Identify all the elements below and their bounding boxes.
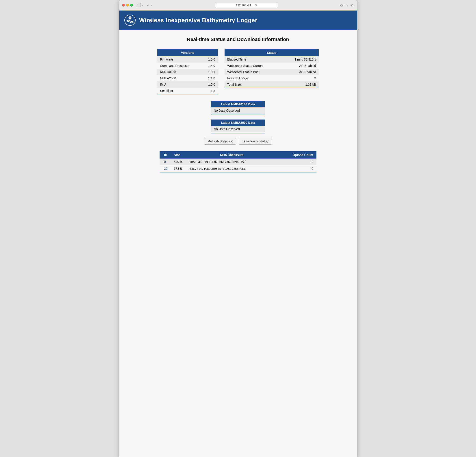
browser-actions: ⎙ + ⧉ <box>340 3 354 8</box>
catalog-count: 0 <box>277 165 316 172</box>
minimize-button[interactable] <box>126 4 129 7</box>
browser-titlebar: ⬜ ▾ ‹ › 192.168.4.1 ↻ ⎙ + ⧉ <box>119 0 357 10</box>
nmea0183-value: No Data Observed <box>211 107 265 114</box>
version-label: Serialiser <box>157 88 202 94</box>
version-value: 1.4.0 <box>202 63 218 69</box>
logo-icon <box>124 15 136 26</box>
nmea0183-box: Latest NMEA0183 Data No Data Observed <box>211 101 265 115</box>
catalog-column-header: ID <box>160 151 171 159</box>
close-button[interactable] <box>122 4 125 7</box>
page-content: Wireless Inexpensive Bathymetry Logger R… <box>119 10 357 457</box>
version-value: 1.3 <box>202 88 218 94</box>
catalog-md5: 48C7414C1C89EB050D78BA5192634CEE <box>187 165 277 172</box>
main-content: Real-time Status and Download Informatio… <box>119 30 357 179</box>
version-label: NMEA2000 <box>157 75 202 81</box>
sidebar-icon: ⬜ <box>136 3 141 7</box>
address-bar[interactable]: 192.168.4.1 ↻ <box>215 2 278 8</box>
status-label: Elapsed Time <box>225 56 282 63</box>
status-table: Status Elapsed Time 1 min, 30.316 s Webs… <box>225 49 319 88</box>
catalog-table-container: IDSizeMD5 ChecksumUpload Count 0 679 B 7… <box>160 151 316 172</box>
version-value: 1.0.0 <box>202 81 218 88</box>
nav-buttons: ‹ › <box>146 3 153 8</box>
status-label: Webserver Status Boot <box>225 69 282 75</box>
site-header: Wireless Inexpensive Bathymetry Logger <box>119 10 357 30</box>
status-label: Files on Logger <box>225 75 282 81</box>
new-tab-button[interactable]: + <box>345 3 348 8</box>
status-value: 1 min, 30.316 s <box>282 56 319 63</box>
status-value: 1.33 kB <box>282 81 319 88</box>
catalog-size: 678 B <box>171 165 187 172</box>
nmea2000-title: Latest NMEA2000 Data <box>211 120 265 126</box>
reload-button[interactable]: ↻ <box>254 3 257 7</box>
status-value: 2 <box>282 75 319 81</box>
share-button[interactable]: ⎙ <box>340 3 343 8</box>
refresh-statistics-button[interactable]: Refresh Statistics <box>204 138 236 145</box>
forward-button[interactable]: › <box>150 3 153 8</box>
nmea2000-box: Latest NMEA2000 Data No Data Observed <box>211 120 265 133</box>
catalog-table: IDSizeMD5 ChecksumUpload Count 0 679 B 7… <box>160 151 316 172</box>
version-label: IMU <box>157 81 202 88</box>
status-heading: Status <box>225 49 319 56</box>
version-label: NMEA0183 <box>157 69 202 75</box>
version-value: 1.5.0 <box>202 56 218 63</box>
page-title: Real-time Status and Download Informatio… <box>128 36 348 42</box>
nmea2000-section: Latest NMEA2000 Data No Data Observed <box>128 120 348 133</box>
status-value: AP-Enabled <box>282 69 319 75</box>
catalog-column-header: Size <box>171 151 187 159</box>
browser-window: ⬜ ▾ ‹ › 192.168.4.1 ↻ ⎙ + ⧉ <box>119 0 357 457</box>
catalog-md5: 7D55541068FEEC876B60736390960353 <box>187 159 277 165</box>
traffic-lights <box>122 4 133 7</box>
status-section: Status Elapsed Time 1 min, 30.316 s Webs… <box>225 49 319 95</box>
version-label: Firmware <box>157 56 202 63</box>
catalog-id: 29 <box>160 165 171 172</box>
url-text: 192.168.4.1 <box>236 4 251 7</box>
buttons-row: Refresh Statistics Download Catalog <box>128 138 348 145</box>
sidebar-chevron-icon: ▾ <box>142 4 143 7</box>
download-catalog-button[interactable]: Download Catalog <box>239 138 272 145</box>
back-button[interactable]: ‹ <box>146 3 149 8</box>
catalog-column-header: MD5 Checksum <box>187 151 277 159</box>
catalog-id: 0 <box>160 159 171 165</box>
nmea0183-section: Latest NMEA0183 Data No Data Observed <box>128 101 348 115</box>
address-bar-container: 192.168.4.1 ↻ <box>156 2 337 8</box>
nmea0183-title: Latest NMEA0183 Data <box>211 101 265 107</box>
version-value: 1.1.0 <box>202 75 218 81</box>
maximize-button[interactable] <box>130 4 133 7</box>
windows-button[interactable]: ⧉ <box>350 3 354 8</box>
status-value: AP-Enabled <box>282 63 319 69</box>
versions-section: Versions Firmware 1.5.0 Command Processo… <box>157 49 218 95</box>
version-value: 1.0.1 <box>202 69 218 75</box>
catalog-size: 679 B <box>171 159 187 165</box>
sidebar-toggle-button[interactable]: ⬜ ▾ <box>136 3 143 7</box>
tables-row: Versions Firmware 1.5.0 Command Processo… <box>128 49 348 95</box>
versions-table: Versions Firmware 1.5.0 Command Processo… <box>157 49 218 95</box>
nmea2000-value: No Data Observed <box>211 126 265 132</box>
catalog-column-header: Upload Count <box>277 151 316 159</box>
version-label: Command Processor <box>157 63 202 69</box>
catalog-count: 0 <box>277 159 316 165</box>
status-label: Webserver Status Current <box>225 63 282 69</box>
versions-heading: Versions <box>157 49 218 56</box>
status-label: Total Size <box>225 81 282 88</box>
site-title: Wireless Inexpensive Bathymetry Logger <box>139 17 257 24</box>
